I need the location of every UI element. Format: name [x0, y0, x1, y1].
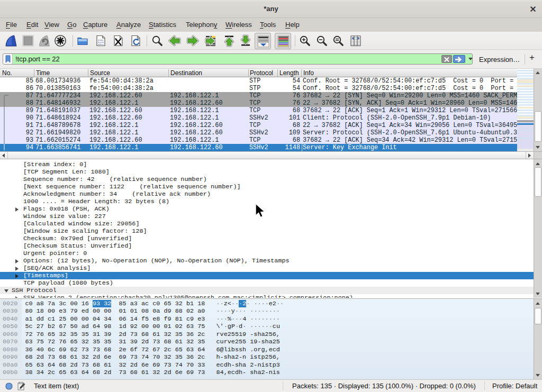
svg-text:0011: 0011 — [98, 43, 104, 45]
